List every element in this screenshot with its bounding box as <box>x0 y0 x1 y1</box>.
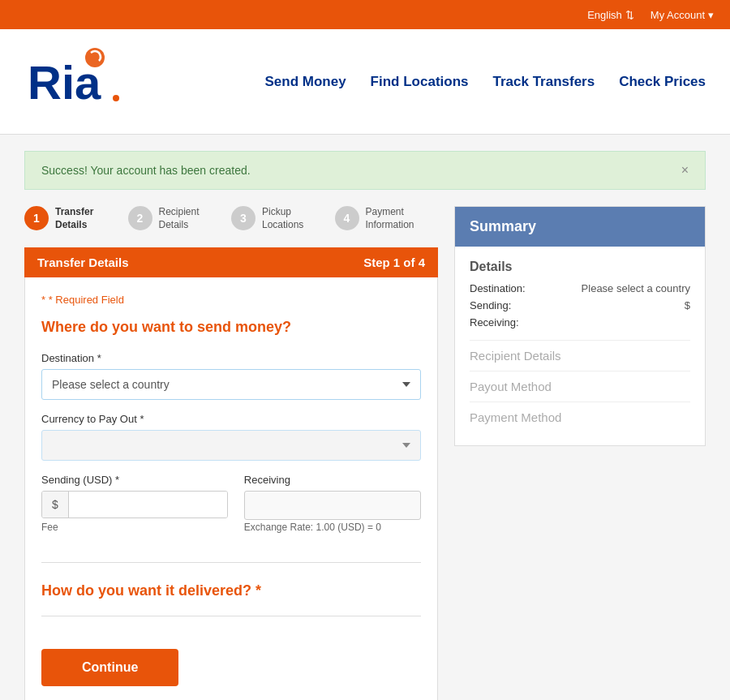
language-selector[interactable]: English ⇅ <box>587 9 634 21</box>
sending-input-wrapper: $ <box>41 491 228 518</box>
summary-sending-value: $ <box>685 299 690 311</box>
ria-logo-svg: Ria <box>24 46 138 111</box>
step-3: 3 Pickup Locations <box>231 206 335 231</box>
destination-select[interactable]: Please select a country <box>41 369 421 400</box>
receiving-label: Receiving <box>244 474 421 486</box>
exchange-rate-area: Exchange Rate: 1.00 (USD) = 0 <box>244 522 421 533</box>
step-1-circle: 1 <box>24 206 49 230</box>
step-indicator: Step 1 of 4 <box>363 256 425 269</box>
left-panel: 1 Transfer Details 2 Recipient Details 3… <box>24 206 438 700</box>
exchange-rate-label: Exchange Rate: <box>244 522 313 533</box>
asterisk: * <box>41 294 49 306</box>
progress-steps: 1 Transfer Details 2 Recipient Details 3… <box>24 206 438 231</box>
currency-select[interactable] <box>41 430 421 461</box>
receiving-group: Receiving Exchange Rate: 1.00 (USD) = 0 <box>244 474 421 533</box>
destination-label: Destination * <box>41 352 421 364</box>
summary-details-title: Details <box>470 260 690 274</box>
form-divider <box>41 562 421 563</box>
step-4-label: Payment Information <box>366 206 439 231</box>
delivery-text: How do you want it delivered? <box>41 582 251 599</box>
account-label: My Account <box>651 9 705 21</box>
fee-label: Fee <box>41 522 228 533</box>
step-3-label: Pickup Locations <box>262 206 335 231</box>
section-header: Transfer Details Step 1 of 4 <box>24 247 438 277</box>
step-2-label: Recipient Details <box>159 206 232 231</box>
nav-find-locations[interactable]: Find Locations <box>371 74 469 90</box>
step-2-circle: 2 <box>128 206 152 230</box>
step-2: 2 Recipient Details <box>128 206 232 231</box>
currency-label: Currency to Pay Out * <box>41 413 421 425</box>
currency-group: Currency to Pay Out * <box>41 413 421 461</box>
my-account-menu[interactable]: My Account ▾ <box>651 9 714 21</box>
bottom-divider <box>41 616 421 616</box>
step-1-label: Transfer Details <box>55 206 128 231</box>
nav-check-prices[interactable]: Check Prices <box>619 74 706 90</box>
summary-sending-label: Sending: <box>470 299 511 311</box>
step-4: 4 Payment Information <box>335 206 439 231</box>
summary-destination-row: Destination: Please select a country <box>470 282 690 294</box>
exchange-rate-value: 1.00 (USD) = 0 <box>316 522 381 533</box>
success-banner: Success! Your account has been created. … <box>24 151 706 190</box>
main-content: 1 Transfer Details 2 Recipient Details 3… <box>0 206 730 700</box>
language-label: English <box>587 9 622 21</box>
success-message: Success! Your account has been created. <box>41 164 251 177</box>
account-arrow: ▾ <box>708 9 714 21</box>
delivery-asterisk: * <box>256 582 261 599</box>
form-subtitle: Where do you want to send money? <box>41 319 421 336</box>
delivery-subtitle: How do you want it delivered? * <box>41 582 421 599</box>
receiving-input[interactable] <box>244 491 421 520</box>
sending-label: Sending (USD) * <box>41 474 228 486</box>
dollar-prefix: $ <box>42 492 69 517</box>
svg-text:Ria: Ria <box>28 56 101 109</box>
summary-payment-method: Payment Method <box>470 402 690 432</box>
summary-receiving-label: Receiving: <box>470 316 519 329</box>
amount-fields: Sending (USD) * $ Fee Receiving Exchange… <box>41 474 421 546</box>
summary-destination-label: Destination: <box>470 282 526 294</box>
language-arrows: ⇅ <box>625 9 634 21</box>
section-title: Transfer Details <box>37 256 129 269</box>
summary-destination-value: Please select a country <box>582 282 690 294</box>
step-4-circle: 4 <box>335 206 359 230</box>
svg-point-2 <box>113 95 119 101</box>
top-bar: English ⇅ My Account ▾ <box>0 0 730 29</box>
summary-header: Summary <box>455 207 705 247</box>
nav-send-money[interactable]: Send Money <box>264 74 346 90</box>
transfer-details-card: Transfer Details Step 1 of 4 * * Require… <box>24 247 438 700</box>
summary-box: Summary Details Destination: Please sele… <box>454 206 706 446</box>
right-panel: Summary Details Destination: Please sele… <box>454 206 706 700</box>
logo: Ria <box>24 46 138 118</box>
summary-sending-row: Sending: $ <box>470 299 690 311</box>
summary-payout-method: Payout Method <box>470 371 690 402</box>
sending-group: Sending (USD) * $ Fee <box>41 474 228 533</box>
summary-details-section: Details Destination: Please select a cou… <box>470 260 690 329</box>
summary-body: Details Destination: Please select a cou… <box>455 247 705 445</box>
logo-area: Ria <box>24 46 138 118</box>
nav-track-transfers[interactable]: Track Transfers <box>493 74 595 90</box>
section-body: * * Required Field Where do you want to … <box>24 277 438 700</box>
header: Ria Send Money Find Locations Track Tran… <box>0 29 730 135</box>
step-3-circle: 3 <box>231 206 256 230</box>
sending-input[interactable] <box>69 492 227 517</box>
destination-group: Destination * Please select a country <box>41 352 421 400</box>
continue-button[interactable]: Continue <box>41 649 178 686</box>
summary-recipient-details: Recipient Details <box>470 340 690 371</box>
step-1: 1 Transfer Details <box>24 206 128 231</box>
required-text: * Required Field <box>49 294 124 306</box>
summary-receiving-row: Receiving: <box>470 316 690 329</box>
required-note: * * Required Field <box>41 294 421 306</box>
close-banner-button[interactable]: × <box>681 163 689 178</box>
main-nav: Send Money Find Locations Track Transfer… <box>264 74 706 90</box>
